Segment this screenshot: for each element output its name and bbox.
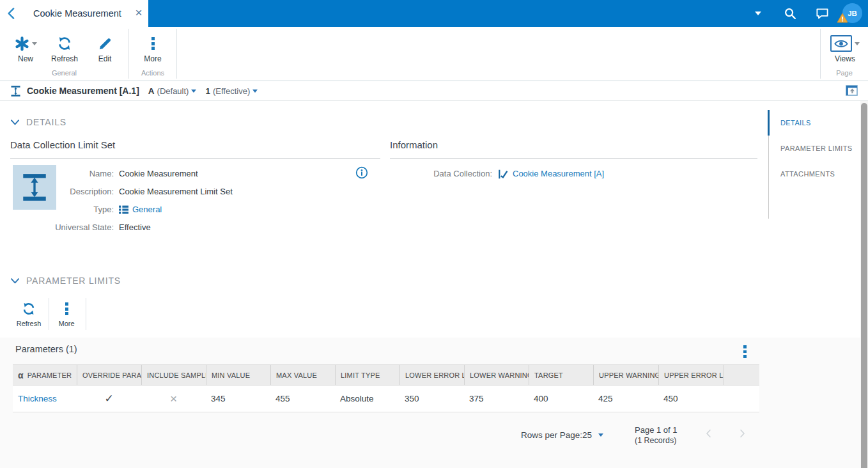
warning-badge-icon — [837, 13, 848, 23]
app-window: Cookie Measurement × JB New Refresh — [0, 0, 868, 468]
data-collection-link[interactable]: Cookie Measurement [A] — [513, 165, 604, 183]
edit-button[interactable]: Edit — [88, 34, 121, 63]
column-header-max-value[interactable]: MAX VALUE — [270, 365, 335, 385]
views-button-label: Views — [835, 54, 855, 63]
divider — [86, 298, 86, 330]
type-link[interactable]: General — [132, 201, 162, 219]
scrollbar-track[interactable] — [860, 101, 868, 468]
topbar-dropdown-button[interactable] — [750, 0, 766, 27]
tab-close-button[interactable]: × — [130, 0, 148, 27]
column-header-upper-error-limit[interactable]: UPPER ERROR LIM — [658, 365, 724, 385]
revision-state: (Default) — [157, 86, 189, 96]
section-nav: DETAILS PARAMETER LIMITS ATTACHMENTS — [768, 110, 860, 219]
eye-icon — [830, 35, 852, 52]
asterisk-icon — [15, 36, 29, 51]
limit-set-icon — [10, 85, 21, 97]
caret-down-icon — [191, 90, 196, 93]
more-button[interactable]: More — [136, 34, 170, 63]
field-row: Description: Cookie Measurement Limit Se… — [0, 183, 380, 201]
chat-button[interactable] — [813, 0, 831, 27]
kebab-icon — [151, 37, 155, 50]
column-header-parameter[interactable]: αPARAMETER — [13, 365, 77, 385]
info-button[interactable] — [355, 166, 368, 179]
limit-set-group-title: Data Collection Limit Set — [10, 139, 115, 150]
rows-per-page-dropdown[interactable]: Rows per Page:25 — [521, 428, 603, 441]
information-group-title: Information — [390, 139, 438, 150]
column-header-empty — [724, 365, 759, 385]
empty-cell — [724, 386, 759, 412]
search-icon — [784, 7, 797, 20]
chevron-right-icon — [736, 428, 748, 439]
scrollbar-thumb[interactable] — [861, 103, 867, 468]
column-header-lower-error-limit[interactable]: LOWER ERROR LIM — [399, 365, 464, 385]
caret-down-icon — [598, 433, 603, 437]
caret-down-icon — [252, 90, 258, 93]
details-section-heading: DETAILS — [26, 117, 66, 127]
page-info: Page 1 of 1 (1 Records) — [635, 425, 678, 446]
chat-icon — [816, 7, 829, 20]
pencil-icon — [98, 36, 112, 51]
toolbar-group-actions: More Actions — [129, 29, 177, 79]
toolbar-group-general: New Refresh Edit General — [0, 29, 129, 79]
section-nav-item-details[interactable]: DETAILS — [769, 110, 860, 136]
collapse-panel-button[interactable] — [846, 85, 858, 96]
grid-more-label: More — [58, 320, 74, 327]
divider — [390, 158, 757, 159]
record-title: Cookie Measurement [A.1] — [27, 86, 139, 96]
back-button[interactable] — [4, 5, 20, 22]
grid-more-button[interactable]: More — [52, 299, 81, 327]
lower-error-limit-cell: 350 — [399, 386, 464, 412]
kebab-icon — [65, 302, 68, 315]
info-icon — [355, 166, 368, 179]
field-value: Cookie Measurement — [119, 165, 198, 183]
column-header-limit-type[interactable]: LIMIT TYPE — [335, 365, 399, 385]
more-button-label: More — [144, 54, 161, 63]
version-state: (Effective) — [213, 86, 250, 96]
field-label: Name: — [0, 165, 114, 183]
views-button[interactable]: Views — [826, 34, 864, 63]
field-label: Universal State: — [0, 219, 114, 237]
new-button-label: New — [18, 54, 33, 63]
refresh-button[interactable]: Refresh — [46, 34, 83, 63]
column-header-min-value[interactable]: MIN VALUE — [206, 365, 270, 385]
column-header-include-sample[interactable]: INCLUDE SAMPLE — [141, 365, 206, 385]
previous-page-button[interactable] — [703, 428, 717, 442]
list-icon — [119, 205, 128, 214]
section-nav-item-parameter-limits[interactable]: PARAMETER LIMITS — [769, 136, 860, 161]
version-dropdown[interactable]: 1 (Effective) — [205, 86, 258, 96]
caret-down-icon — [855, 42, 860, 45]
tab-title[interactable]: Cookie Measurement — [33, 0, 121, 27]
field-value: Cookie Measurement Limit Set — [119, 183, 233, 201]
field-label: Data Collection: — [390, 165, 492, 183]
edit-button-label: Edit — [98, 54, 112, 63]
toolbar-group-label: General — [0, 69, 128, 77]
column-header-override-parameter[interactable]: OVERRIDE PARAMI — [77, 365, 141, 385]
field-label: Description: — [0, 183, 114, 201]
revision-dropdown[interactable]: A (Default) — [148, 86, 197, 96]
parameter-limits-section-toggle[interactable]: PARAMETER LIMITS — [10, 276, 121, 286]
section-nav-item-attachments[interactable]: ATTACHMENTS — [769, 161, 860, 187]
field-row: Type: General — [0, 201, 380, 219]
field-row: Universal State: Effective — [0, 219, 380, 237]
page-label: Page 1 of 1 — [635, 425, 678, 435]
grid-options-button[interactable] — [743, 345, 747, 358]
lower-warning-cell: 375 — [464, 386, 529, 412]
grid-refresh-button[interactable]: Refresh — [12, 299, 46, 327]
column-header-target[interactable]: TARGET — [529, 365, 593, 385]
min-value-cell: 345 — [206, 386, 270, 412]
new-button[interactable]: New — [8, 34, 43, 63]
table-header-row: αPARAMETER OVERRIDE PARAMI INCLUDE SAMPL… — [13, 364, 759, 386]
max-value-cell: 455 — [270, 386, 335, 412]
records-label: (1 Records) — [635, 435, 678, 446]
column-header-upper-warning[interactable]: UPPER WARNING I — [593, 365, 658, 385]
details-section-toggle[interactable]: DETAILS — [10, 117, 66, 127]
field-row: Data Collection: Cookie Measurement [A] — [390, 165, 757, 183]
parameter-link[interactable]: Thickness — [18, 394, 57, 403]
parameter-limits-toolbar: Refresh More — [0, 295, 761, 332]
search-button[interactable] — [781, 0, 799, 27]
field-label: Type: — [0, 201, 114, 219]
next-page-button[interactable] — [736, 428, 750, 442]
table-row: Thickness ✓ × 345 455 Absolute 350 375 4… — [13, 386, 759, 412]
revision-value: A — [148, 86, 155, 96]
column-header-lower-warning[interactable]: LOWER WARNING — [464, 365, 529, 385]
